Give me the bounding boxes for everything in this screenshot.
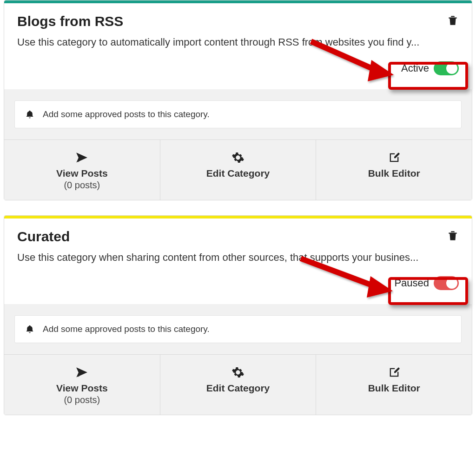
card-header: Curated Use this category when sharing c… — [4, 219, 472, 269]
notice-area: Add some approved posts to this category… — [4, 304, 472, 354]
category-card: Curated Use this category when sharing c… — [4, 215, 472, 416]
category-description: Use this category to automatically impor… — [17, 36, 459, 49]
paper-plane-icon — [75, 151, 89, 164]
svg-rect-4 — [451, 235, 452, 239]
svg-rect-5 — [452, 235, 453, 239]
trash-icon — [447, 13, 459, 26]
view-posts-button[interactable]: View Posts (0 posts) — [4, 355, 160, 415]
notice-text: Add some approved posts to this category… — [43, 324, 210, 334]
svg-rect-1 — [452, 20, 453, 24]
view-posts-button[interactable]: View Posts (0 posts) — [4, 140, 160, 200]
status-toggle[interactable] — [434, 276, 459, 290]
svg-rect-6 — [454, 235, 455, 239]
view-posts-count: (0 posts) — [9, 395, 155, 405]
edit-square-icon — [388, 366, 401, 379]
toggle-knob — [446, 278, 457, 289]
status-toggle[interactable] — [434, 61, 459, 75]
trash-icon — [447, 229, 459, 242]
toggle-knob — [446, 63, 457, 74]
status-row: Paused — [4, 269, 472, 304]
svg-rect-0 — [451, 20, 452, 24]
notice-box: Add some approved posts to this category… — [14, 100, 462, 128]
gear-icon — [231, 366, 245, 379]
svg-rect-2 — [454, 20, 455, 24]
card-actions: View Posts (0 posts) Edit Category Bulk … — [4, 354, 472, 415]
notice-area: Add some approved posts to this category… — [4, 89, 472, 139]
bulk-editor-label: Bulk Editor — [321, 383, 467, 394]
bell-icon — [25, 109, 34, 119]
category-description: Use this category when sharing content f… — [17, 251, 459, 265]
category-card: Blogs from RSS Use this category to auto… — [4, 0, 472, 200]
view-posts-count: (0 posts) — [9, 180, 155, 191]
view-posts-label: View Posts — [9, 168, 155, 179]
bulk-editor-button[interactable]: Bulk Editor — [316, 355, 472, 415]
gear-icon — [231, 151, 245, 164]
bell-icon — [25, 324, 34, 334]
edit-category-label: Edit Category — [165, 383, 311, 394]
category-title: Blogs from RSS — [17, 13, 459, 29]
card-header: Blogs from RSS Use this category to auto… — [4, 3, 472, 54]
card-actions: View Posts (0 posts) Edit Category Bulk … — [4, 139, 472, 200]
edit-category-label: Edit Category — [165, 168, 311, 179]
edit-category-button[interactable]: Edit Category — [160, 355, 317, 415]
edit-category-button[interactable]: Edit Category — [160, 140, 317, 200]
status-row: Active — [4, 54, 472, 89]
paper-plane-icon — [75, 366, 89, 379]
delete-button[interactable] — [447, 229, 460, 242]
notice-box: Add some approved posts to this category… — [14, 315, 462, 343]
view-posts-label: View Posts — [9, 383, 155, 394]
delete-button[interactable] — [447, 13, 460, 26]
bulk-editor-label: Bulk Editor — [321, 168, 467, 179]
edit-square-icon — [388, 151, 401, 164]
bulk-editor-button[interactable]: Bulk Editor — [316, 140, 472, 200]
status-label: Paused — [394, 277, 429, 289]
category-title: Curated — [17, 229, 459, 245]
notice-text: Add some approved posts to this category… — [43, 109, 210, 119]
status-label: Active — [401, 62, 429, 74]
